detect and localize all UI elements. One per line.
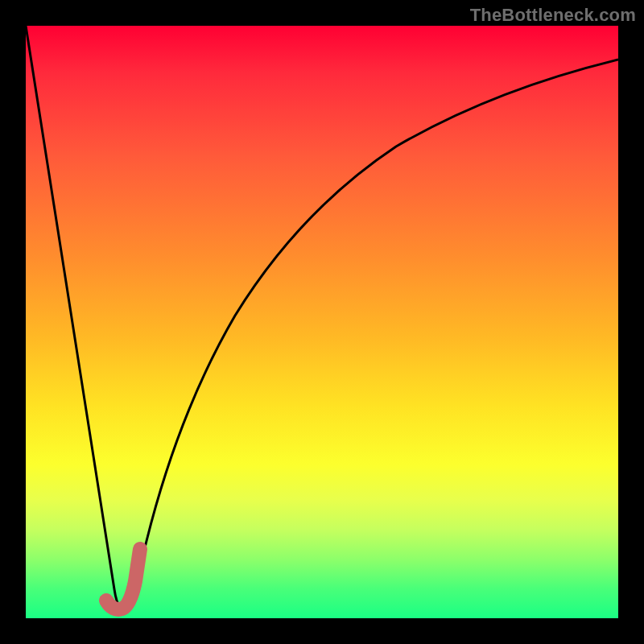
bottleneck-curve-path (26, 26, 618, 609)
highlight-segment-path (106, 549, 140, 609)
chart-frame: TheBottleneck.com (0, 0, 644, 644)
plot-area (26, 26, 618, 618)
watermark-text: TheBottleneck.com (470, 5, 636, 26)
curve-svg (26, 26, 618, 618)
